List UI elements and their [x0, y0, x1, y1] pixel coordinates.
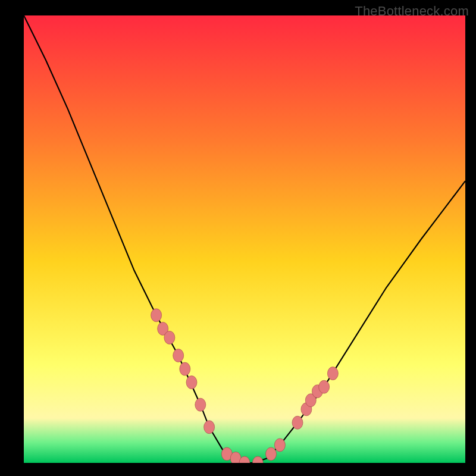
- data-marker: [274, 439, 285, 452]
- data-marker: [204, 421, 215, 434]
- gradient-background: [24, 15, 465, 463]
- data-marker: [173, 349, 184, 362]
- data-marker: [186, 376, 197, 389]
- data-marker: [292, 416, 303, 429]
- plot-area: [24, 15, 465, 463]
- data-marker: [180, 362, 190, 375]
- plot-svg: [24, 15, 465, 463]
- data-marker: [164, 331, 175, 344]
- watermark-text: TheBottleneck.com: [355, 4, 469, 19]
- data-marker: [266, 447, 277, 461]
- data-marker: [327, 367, 338, 380]
- data-marker: [151, 309, 162, 322]
- chart-frame: TheBottleneck.com: [0, 0, 476, 476]
- data-marker: [195, 398, 206, 411]
- data-marker: [319, 380, 330, 393]
